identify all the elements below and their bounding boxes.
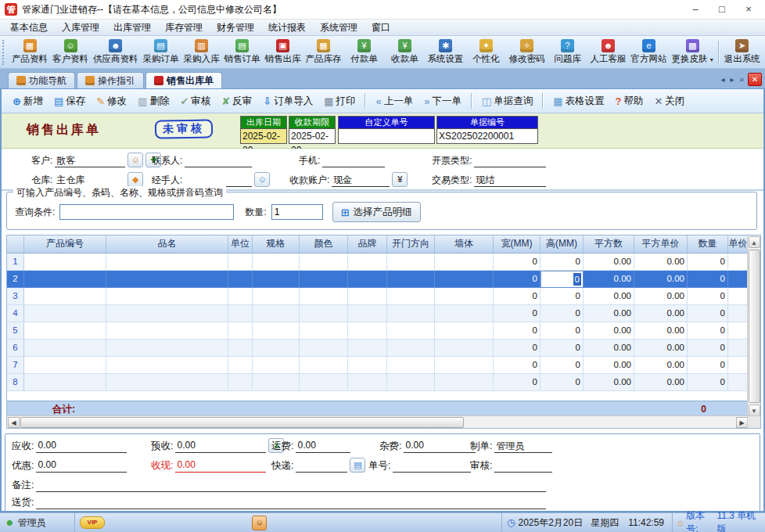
table-cell[interactable]: 0: [688, 305, 728, 322]
table-cell[interactable]: [435, 271, 494, 288]
action-next-doc[interactable]: » 下一单: [419, 93, 466, 110]
table-cell[interactable]: [300, 374, 348, 391]
query-condition-input[interactable]: [59, 204, 234, 220]
menu-system-mgmt[interactable]: 系统管理: [313, 20, 365, 35]
misc-fee-input[interactable]: 0.00: [404, 440, 476, 453]
table-cell[interactable]: [24, 374, 106, 391]
table-cell[interactable]: [253, 340, 300, 357]
table-cell[interactable]: 0.00: [584, 340, 634, 357]
table-cell[interactable]: 0: [688, 374, 728, 391]
column-header-宽(MM)[interactable]: 宽(MM): [494, 235, 541, 253]
table-cell[interactable]: 0.00: [634, 271, 688, 288]
table-cell[interactable]: [228, 288, 253, 305]
table-cell[interactable]: 0: [494, 253, 541, 271]
cash-received-input[interactable]: 0.00: [175, 459, 266, 473]
table-cell[interactable]: 0: [494, 374, 541, 391]
menu-report-stats[interactable]: 统计报表: [261, 20, 313, 35]
customer-input[interactable]: 散客: [55, 154, 125, 167]
table-cell[interactable]: [348, 271, 387, 288]
table-cell[interactable]: [728, 305, 749, 322]
table-row-3[interactable]: 3000.000.000: [7, 288, 760, 305]
toolbar-change-skin[interactable]: ▩ 更换皮肤 ▾: [670, 37, 716, 68]
row-number[interactable]: 3: [7, 288, 24, 305]
payment-account-input[interactable]: 现金: [332, 174, 390, 187]
doc-maker-input[interactable]: 管理员: [494, 440, 552, 453]
menu-finance-mgmt[interactable]: 财务管理: [210, 20, 261, 35]
remark-input[interactable]: [36, 479, 546, 492]
handler-picker-icon[interactable]: ☺: [254, 172, 270, 187]
table-cell[interactable]: [24, 253, 106, 271]
table-cell[interactable]: [300, 271, 348, 288]
table-cell[interactable]: [253, 374, 300, 391]
row-number[interactable]: 4: [7, 305, 24, 322]
table-cell[interactable]: 0.00: [634, 288, 688, 305]
table-cell[interactable]: 0.00: [634, 253, 688, 271]
toolbar-change-password[interactable]: ✧ 修改密码: [507, 37, 548, 68]
table-cell[interactable]: [435, 322, 494, 340]
table-cell[interactable]: [253, 322, 300, 340]
column-header-品名[interactable]: 品名: [106, 235, 228, 253]
table-cell[interactable]: [228, 253, 253, 271]
table-cell[interactable]: [106, 340, 228, 357]
tab-operation-guide[interactable]: 操作指引: [77, 72, 144, 88]
outbound-date-field[interactable]: 2025-02-20: [240, 128, 287, 144]
table-row-5[interactable]: 5000.000.000: [7, 322, 760, 340]
action-add-new[interactable]: ⊕ 新增: [8, 93, 48, 110]
table-cell[interactable]: [435, 374, 494, 391]
horizontal-scrollbar[interactable]: ◀ ▶: [7, 415, 749, 428]
table-cell[interactable]: 0.00: [634, 340, 688, 357]
table-cell[interactable]: 0: [688, 357, 728, 374]
table-cell[interactable]: [24, 305, 106, 322]
table-cell[interactable]: 0: [688, 322, 728, 340]
table-cell[interactable]: [106, 374, 228, 391]
table-cell[interactable]: [435, 357, 494, 374]
table-cell[interactable]: [435, 340, 494, 357]
qty-input[interactable]: [271, 204, 323, 220]
table-cell[interactable]: 0: [688, 253, 728, 271]
toolbar-purchase-inbound[interactable]: ▥ 采购入库: [181, 37, 222, 68]
cell-editing[interactable]: 0: [541, 271, 584, 288]
action-help[interactable]: ? 帮助: [610, 93, 648, 110]
column-header-平方数[interactable]: 平方数: [584, 235, 634, 253]
table-cell[interactable]: 0: [541, 340, 584, 357]
table-cell[interactable]: [228, 340, 253, 357]
table-cell[interactable]: [387, 288, 435, 305]
table-cell[interactable]: [728, 253, 749, 271]
toolbar-product-stock[interactable]: ▦ 产品库存: [303, 37, 344, 68]
table-cell[interactable]: [228, 322, 253, 340]
contact-input[interactable]: [185, 154, 252, 167]
table-cell[interactable]: 0: [541, 374, 584, 391]
table-cell[interactable]: [728, 322, 749, 340]
toolbar-sales-outbound[interactable]: ▣ 销售出库: [263, 37, 303, 68]
table-cell[interactable]: [24, 322, 106, 340]
table-row-2[interactable]: 2000.000.000: [7, 271, 760, 288]
toolbar-customer-data[interactable]: ☺ 客户资料: [50, 37, 91, 68]
table-cell[interactable]: [728, 357, 749, 374]
table-cell[interactable]: [300, 253, 348, 271]
table-cell[interactable]: [253, 253, 300, 271]
close-button[interactable]: ×: [737, 2, 760, 17]
column-header-颜色[interactable]: 颜色: [300, 235, 348, 253]
table-cell[interactable]: 0: [494, 288, 541, 305]
toolbar-official-website[interactable]: e 官方网站: [629, 37, 670, 68]
table-cell[interactable]: 0.00: [584, 253, 634, 271]
customer-picker-icon[interactable]: ☺: [128, 153, 143, 167]
table-cell[interactable]: [228, 305, 253, 322]
table-cell[interactable]: 0.00: [634, 305, 688, 322]
express-input[interactable]: [296, 459, 347, 473]
table-row-8[interactable]: 8000.000.000: [7, 374, 760, 391]
delivery-input[interactable]: [36, 496, 546, 509]
table-cell[interactable]: [728, 271, 749, 288]
warehouse-input[interactable]: 主仓库: [55, 174, 125, 187]
action-import-order[interactable]: ⇩ 订单导入: [258, 93, 318, 110]
table-cell[interactable]: [728, 340, 749, 357]
column-header-单价[interactable]: 单价: [728, 235, 749, 253]
vertical-scrollbar[interactable]: ▲ ▼: [747, 235, 760, 417]
action-audit[interactable]: ✔ 审核: [175, 93, 215, 110]
scroll-right-icon[interactable]: ▶: [736, 417, 748, 428]
tab-scroll-left-icon[interactable]: ◂: [719, 75, 726, 84]
row-number[interactable]: 2: [7, 271, 24, 288]
menu-outbound-mgmt[interactable]: 出库管理: [106, 20, 158, 35]
toolbar-sales-order[interactable]: ▤ 销售订单: [222, 37, 263, 68]
account-picker-icon[interactable]: ¥: [392, 172, 408, 187]
